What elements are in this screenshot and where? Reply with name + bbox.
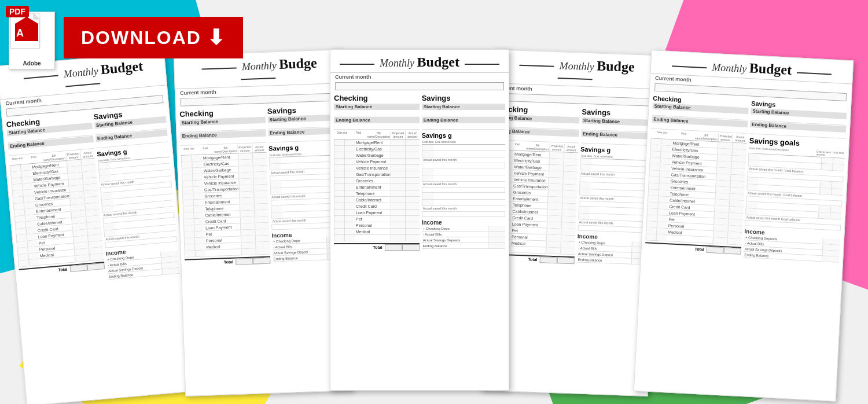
bill-row: Telephone bbox=[334, 190, 420, 197]
download-arrow-icon: ⬇ bbox=[207, 25, 226, 50]
sheet-4-header: Monthly Budge bbox=[491, 50, 659, 89]
sheet-3-left: Checking Starting Balance Ending Balance… bbox=[334, 94, 420, 250]
bill-row: Pet bbox=[334, 216, 420, 222]
bill-row: Vehicle Payment bbox=[334, 159, 420, 165]
income-section-5: Income + Checking Deposits - Actual Bill… bbox=[743, 228, 840, 263]
download-label: DOWNLOAD bbox=[81, 27, 201, 49]
pdf-icon-container: PDF A Adobe bbox=[6, 6, 58, 69]
sheet-5-right: Savings Starting Balance Ending Balance … bbox=[743, 100, 847, 262]
svg-text:A: A bbox=[16, 27, 24, 39]
pdf-download-banner: PDF A Adobe DOWNLOAD ⬇ bbox=[6, 6, 243, 69]
sheet-4-title: Monthly Budge bbox=[497, 54, 653, 86]
adobe-text: Adobe bbox=[23, 60, 41, 67]
sheet-3-total: Total bbox=[334, 243, 420, 250]
sheet-3-body: Checking Starting Balance Ending Balance… bbox=[330, 91, 509, 252]
pdf-badge: PDF bbox=[6, 6, 29, 17]
income-section-4: Income + Checking Depo - Actual Bills Ac… bbox=[576, 233, 649, 265]
bill-row: Cable/Internet bbox=[334, 197, 420, 203]
sheet-2-total: Total bbox=[185, 256, 270, 266]
budget-sheet-5: Monthly Budget Current month Checking St… bbox=[634, 50, 854, 402]
budget-sheet-2: Monthly Budge Current month Checking Sta… bbox=[174, 49, 353, 396]
sheet-3-savings-goals: Savings g bbox=[422, 132, 505, 139]
sheet-2-body: Checking Starting Balance Ending Balance… bbox=[176, 102, 348, 269]
income-section: Income + Checking Depo - Actual Bills Ac… bbox=[105, 244, 179, 280]
sheet-3-header: Monthly Budget bbox=[330, 50, 509, 73]
bill-row: Gas/Transportation bbox=[334, 171, 420, 178]
sheet-4-savings-title: Savings bbox=[582, 108, 654, 119]
sheet-3-month-box bbox=[335, 82, 504, 90]
sheet-2-savings-title: Savings bbox=[267, 104, 340, 115]
sheet-3-right: Savings Starting Balance Ending Balance … bbox=[422, 94, 505, 250]
adobe-svg-icon: A bbox=[9, 12, 41, 50]
sheet-3-savings-title: Savings bbox=[422, 94, 505, 102]
bill-row: Medical bbox=[334, 229, 420, 235]
budget-sheet-1: Monthly Budget Current month Checking St… bbox=[0, 51, 194, 404]
bill-row: Loan Payment bbox=[334, 210, 420, 216]
bill-row: Mortgage/Rent bbox=[334, 139, 420, 146]
sheet-3-current-month: Current month bbox=[330, 73, 509, 81]
bill-row: Electricity/Gas bbox=[334, 146, 420, 152]
sheet-2-left: Checking Starting Balance Ending Balance… bbox=[179, 107, 270, 266]
bill-row: Personal bbox=[334, 222, 420, 229]
sheet-1-left: Checking Starting Balance Ending Balance… bbox=[6, 113, 105, 288]
sheet-3-title: Monthly Budget bbox=[336, 54, 503, 70]
sheet-3-checking-title: Checking bbox=[334, 94, 420, 102]
bill-row: Credit Card bbox=[334, 203, 420, 210]
download-button[interactable]: DOWNLOAD ⬇ bbox=[64, 17, 243, 58]
bill-row: Water/Garbage bbox=[334, 152, 420, 159]
bill-row: Groceries bbox=[334, 178, 420, 184]
sheet-5-body: Checking Starting Balance Ending Balance… bbox=[641, 92, 851, 265]
sheet-1-right: Savings Starting Balance Ending Balance … bbox=[93, 106, 179, 280]
sheet-4-body: Checking Starting Balance Ending Balance… bbox=[486, 102, 658, 269]
bill-row: Vehicle Insurance bbox=[334, 165, 420, 171]
sheet-5-left: Checking Starting Balance Ending Balance… bbox=[645, 95, 749, 258]
bill-row: Entertainment bbox=[334, 184, 420, 190]
sheet-1-body: Checking Starting Balance Ending Balance… bbox=[2, 104, 183, 290]
sheets-container: Monthly Budget Current month Checking St… bbox=[0, 46, 868, 404]
income-section-3: Income + Checking Depo - Actual Bills Ac… bbox=[422, 219, 505, 249]
bill-row bbox=[334, 235, 420, 241]
budget-sheet-3: Monthly Budget Current month Checking St… bbox=[330, 49, 509, 391]
